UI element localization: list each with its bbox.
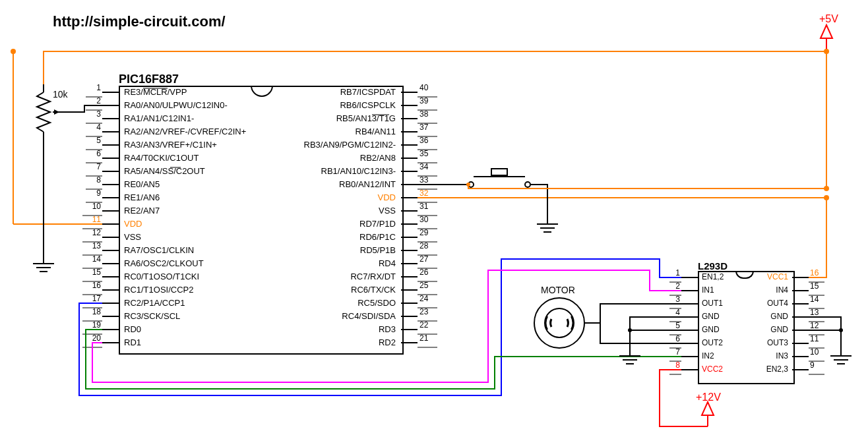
svg-marker-2 <box>702 402 714 415</box>
ic2-pin-label: GND <box>702 325 720 334</box>
ic2-pin-label: OUT2 <box>702 338 723 347</box>
ic1-pin-label: RD6/P1C <box>359 232 396 242</box>
ic1-pin-num: 29 <box>419 228 436 237</box>
ic1-pin-label: RB0/AN12/INT <box>339 179 396 189</box>
ic1-pin-label: RC1/T1OSI/CCP2 <box>124 285 193 295</box>
ic1-pin-num: 21 <box>419 334 436 343</box>
ic1-pin-label: RB3/AN9/PGM/C12IN2- <box>304 140 396 150</box>
ic1-pin-label: RA1/AN1/C12IN1- <box>124 113 194 123</box>
ic2-pin-num: 1 <box>670 268 680 277</box>
label-pot: 10k <box>53 89 68 100</box>
ic1-pin-num: 31 <box>419 202 436 211</box>
ic2-pin-label: OUT4 <box>767 299 788 308</box>
ic1-pin-label: RB6/ICSPCLK <box>340 100 396 110</box>
ic2-pin-num: 14 <box>810 295 823 304</box>
ic1-pin-num: 18 <box>84 307 101 316</box>
ic1-pin-label: RA3/AN3/VREF+/C1IN+ <box>124 140 217 150</box>
ic1-pin-label: VSS <box>124 232 141 242</box>
svg-point-6 <box>824 195 829 200</box>
ic1-pin-label: RA6/OSC2/CLKOUT <box>124 258 204 268</box>
ic1-pin-label: RE3/MCLR/VPP <box>124 87 187 97</box>
ic2-pin-num: 13 <box>810 308 823 317</box>
ic1-pin-label: RD7/P1D <box>359 219 396 229</box>
ic1-pin-label: VDD <box>124 219 142 229</box>
label-motor: MOTOR <box>541 285 575 295</box>
ic1-pin-num: 1 <box>84 83 101 92</box>
ic1-pin-num: 34 <box>419 162 436 171</box>
ic1-pin-num: 2 <box>84 96 101 105</box>
ic1-pin-label: RC2/P1A/CCP1 <box>124 298 185 308</box>
ic1-pin-num: 3 <box>84 109 101 119</box>
ic1-pin-label: RD2 <box>379 337 396 347</box>
ic1-pin-num: 23 <box>419 307 436 316</box>
ic2-pin-label: IN1 <box>702 285 714 295</box>
ic2-pin-label: GND <box>770 325 788 334</box>
ic1-pin-label: RE2/AN7 <box>124 206 160 216</box>
ic1-pin-num: 5 <box>84 136 101 145</box>
ic2-pin-label: EN1,2 <box>702 272 724 281</box>
ic1-pin-num: 32 <box>419 188 436 198</box>
ic1-pin-label: VDD <box>378 192 396 202</box>
ic2-pin-label: OUT1 <box>702 299 723 308</box>
ic1-pin-label: RC3/SCK/SCL <box>124 311 180 321</box>
ic2-pin-label: VCC1 <box>767 272 788 281</box>
ic1-pin-num: 14 <box>84 254 101 264</box>
ic2-pin-num: 2 <box>670 281 680 291</box>
ic2-pin-num: 15 <box>810 281 823 291</box>
svg-marker-0 <box>821 25 832 38</box>
ic2-pin-num: 8 <box>670 361 680 370</box>
ic1-pin-label: RB7/ICSPDAT <box>340 87 396 97</box>
ic1-pin-label: RA4/T0CKI/C1OUT <box>124 153 199 163</box>
ic2-pin-num: 3 <box>670 295 680 304</box>
ic1-pin-label: RA0/AN0/ULPWU/C12IN0- <box>124 100 228 110</box>
ic1-pin-label: RA2/AN2/VREF-/CVREF/C2IN+ <box>124 127 246 136</box>
ic1-pin-label: RD1 <box>124 337 141 347</box>
ic1-pin-num: 22 <box>419 320 436 330</box>
svg-point-134 <box>534 298 584 348</box>
ic1-pin-label: RE1/AN6 <box>124 192 160 202</box>
ic1-pin-num: 39 <box>419 96 436 105</box>
ic2-pin-num: 11 <box>810 334 823 343</box>
ic1-pin-num: 8 <box>84 175 101 185</box>
svg-rect-128 <box>491 169 507 175</box>
ic1-pin-num: 28 <box>419 241 436 250</box>
ic1-pin-label: RD5/P1B <box>360 245 396 255</box>
ic1-pin-label: RB5/AN13/T1G <box>336 113 396 123</box>
ic1-pin-num: 10 <box>84 202 101 211</box>
ic1-pin-num: 38 <box>419 109 436 119</box>
svg-point-140 <box>839 328 843 332</box>
ic1-pin-num: 12 <box>84 228 101 237</box>
label-12v: +12V <box>696 392 721 403</box>
ic1-pin-label: RD4 <box>379 258 396 268</box>
ic2-pin-label: IN3 <box>776 351 788 361</box>
ic1-pin-num: 33 <box>419 175 436 185</box>
ic1-pin-num: 15 <box>84 268 101 277</box>
ic1-pin-num: 36 <box>419 136 436 145</box>
ic1-pin-label: RC7/RX/DT <box>350 272 396 281</box>
source-url: http://simple-circuit.com/ <box>53 13 226 30</box>
svg-point-133 <box>824 186 829 191</box>
label-5v: +5V <box>819 13 838 25</box>
ic1-pin-num: 17 <box>84 294 101 303</box>
ic1-pin-num: 30 <box>419 215 436 224</box>
svg-point-126 <box>525 182 530 187</box>
ic1-pin-num: 27 <box>419 254 436 264</box>
ic2-pin-label: IN4 <box>776 285 788 295</box>
svg-point-135 <box>545 308 574 337</box>
ic1-pin-label: RC6/TX/CK <box>351 285 396 295</box>
ic2-pin-num: 7 <box>670 347 680 357</box>
ic1-pin-num: 6 <box>84 149 101 158</box>
ic1-pin-label: RA5/AN4/SS/C2OUT <box>124 166 205 176</box>
ic1-pin-label: VSS <box>379 206 396 216</box>
ic1-pin-label: RE0/AN5 <box>124 179 160 189</box>
ic1-pin-label: RD3 <box>379 324 396 334</box>
ic1-pin-num: 7 <box>84 162 101 171</box>
ic1-pin-num: 37 <box>419 123 436 132</box>
ic2-pin-label: EN2,3 <box>766 364 788 374</box>
ic1-pin-label: RD0 <box>124 324 141 334</box>
ic1-pin-num: 19 <box>84 320 101 330</box>
ic1-pin-label: RB4/AN11 <box>356 127 396 136</box>
ic2-pin-num: 16 <box>810 268 823 277</box>
ic1-pin-label: RC0/T1OSO/T1CKI <box>124 272 199 281</box>
ic1-pin-label: RC4/SDI/SDA <box>342 311 396 321</box>
